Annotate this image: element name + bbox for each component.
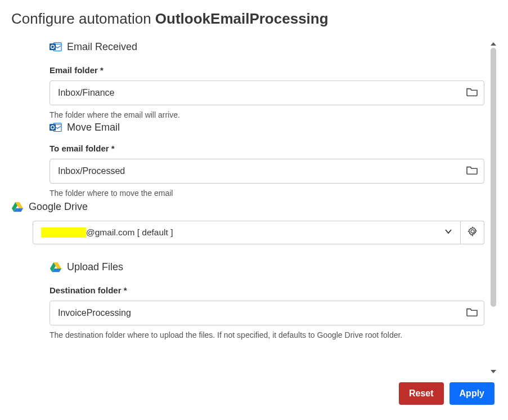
input-email-folder-value: Inbox/Finance [58,88,115,98]
helper-email-folder: The folder where the email will arrive. [50,110,484,119]
gear-icon [467,226,478,239]
section-title-move-email: Move Email [67,122,120,133]
field-destination-folder: Destination folder * InvoiceProcessing T… [50,285,484,339]
section-email-received: Email Received [50,41,484,53]
folder-icon[interactable] [466,165,478,177]
input-email-folder[interactable]: Inbox/Finance [50,81,484,105]
google-drive-icon [11,202,24,213]
scrollbar-thumb[interactable] [491,48,496,307]
section-title-email-received: Email Received [67,41,137,53]
account-select[interactable]: @gmail.com [ default ] [33,221,461,244]
redacted-username [41,227,86,238]
label-email-folder: Email folder * [50,65,484,75]
field-email-folder: Email folder * Inbox/Finance The folder … [50,65,484,119]
section-move-email: Move Email [50,122,484,133]
footer: Reset Apply [11,382,497,405]
svg-rect-1 [50,43,56,50]
reset-button[interactable]: Reset [399,382,444,405]
helper-to-email-folder: The folder where to move the email [50,189,484,198]
folder-icon[interactable] [466,87,478,99]
page-title: Configure automation OutlookEmailProcess… [11,10,497,28]
field-to-email-folder: To email folder * Inbox/Processed The fo… [50,144,484,198]
input-to-email-folder[interactable]: Inbox/Processed [50,159,484,184]
section-title-upload-files: Upload Files [67,261,123,273]
content-scroll-area: Email Received Email folder * Inbox/Fina… [11,41,497,374]
label-to-email-folder: To email folder * [50,144,484,153]
svg-rect-4 [50,124,56,131]
account-settings-button[interactable] [461,221,484,244]
input-to-email-folder-value: Inbox/Processed [58,166,125,176]
page-title-prefix: Configure automation [11,10,155,27]
google-drive-account-row: @gmail.com [ default ] [33,221,484,244]
helper-destination-folder: The destination folder where to upload t… [50,330,484,339]
input-destination-folder-value: InvoiceProcessing [58,308,131,318]
section-google-drive: Google Drive [11,201,484,213]
outlook-icon [50,122,62,133]
scrollbar[interactable] [490,41,497,374]
input-destination-folder[interactable]: InvoiceProcessing [50,301,484,325]
apply-button[interactable]: Apply [449,382,494,405]
account-suffix: @gmail.com [ default ] [86,227,173,238]
label-destination-folder: Destination folder * [50,285,484,295]
google-drive-icon [50,262,62,273]
section-upload-files: Upload Files [50,261,484,273]
scroll-down-arrow-icon[interactable] [491,370,496,373]
folder-icon[interactable] [466,307,478,319]
outlook-icon [50,42,62,53]
scroll-up-arrow-icon[interactable] [491,42,496,46]
account-select-value: @gmail.com [ default ] [41,227,173,238]
section-title-google-drive: Google Drive [29,201,88,213]
chevron-down-icon [444,227,452,238]
automation-name: OutlookEmailProcessing [155,10,329,27]
